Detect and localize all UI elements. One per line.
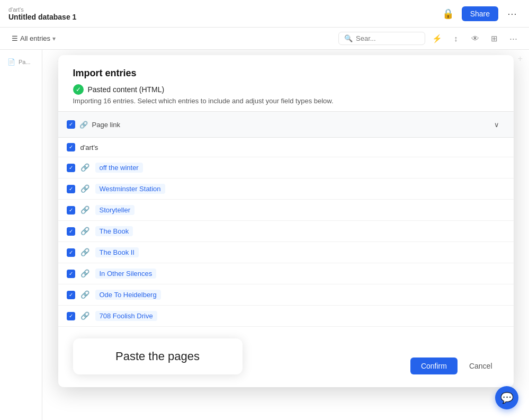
topbar: d'art's Untitled database 1 🔒 Share ⋯ <box>0 0 529 28</box>
cancel-button[interactable]: Cancel <box>463 358 499 374</box>
status-icon: ✓ <box>73 84 84 95</box>
modal-footer-buttons: Confirm Cancel <box>410 358 499 374</box>
all-entries-button[interactable]: ☰ All entries ▾ <box>8 32 59 44</box>
check-icon: ✓ <box>69 208 73 213</box>
entry-checkbox-6[interactable]: ✓ <box>67 248 75 257</box>
chat-icon: 💬 <box>500 391 514 404</box>
table-row[interactable]: ✓ 🔗 In Other Silences <box>58 263 514 284</box>
view-button[interactable]: ⊞ <box>487 31 501 46</box>
chat-button[interactable]: 💬 <box>495 386 518 409</box>
entry-name-2: off the winter <box>95 163 143 173</box>
app-name: d'art's <box>8 6 76 13</box>
share-button[interactable]: Share <box>462 6 498 21</box>
col-header-left: ✓ 🔗 Page link <box>67 120 120 129</box>
modal-header: Import entries ✓ Pasted content (HTML) I… <box>58 55 514 111</box>
modal-title: Import entries <box>73 68 499 79</box>
page-link-icon: 🔗 <box>80 290 90 300</box>
page-link-icon: 🔗 <box>80 227 90 236</box>
more-toolbar-button[interactable]: ⋯ <box>506 31 521 46</box>
column-header: ✓ 🔗 Page link ∨ <box>58 111 514 138</box>
column-label: Page link <box>92 121 120 129</box>
more-button[interactable]: ⋯ <box>504 5 521 22</box>
entry-name-7: In Other Silences <box>95 269 157 279</box>
entry-name-3: Westminster Station <box>95 184 165 194</box>
table-row[interactable]: ✓ 🔗 Storyteller <box>58 200 514 221</box>
topbar-actions: 🔒 Share ⋯ <box>440 5 521 22</box>
table-row[interactable]: ✓ 🔗 Ode To Heidelberg <box>58 284 514 306</box>
entry-name-1: d'art's <box>80 144 98 151</box>
sidebar-item-pages[interactable]: 📄 Pa... <box>4 56 38 68</box>
content-area: Import entries ✓ Pasted content (HTML) I… <box>42 50 529 420</box>
entry-name-6: The Book II <box>95 247 139 257</box>
table-row[interactable]: ✓ 🔗 Westminster Station <box>58 178 514 200</box>
entry-checkbox-5[interactable]: ✓ <box>67 227 75 236</box>
page-link-icon: 🔗 <box>80 311 90 321</box>
sidebar: 📄 Pa... <box>0 50 42 420</box>
check-icon: ✓ <box>69 229 73 234</box>
main-area: 📄 Pa... Import entries ✓ Pasted content … <box>0 50 529 420</box>
select-all-checkbox[interactable]: ✓ <box>67 120 75 129</box>
hide-button[interactable]: 👁 <box>468 31 482 46</box>
column-page-icon: 🔗 <box>79 121 88 129</box>
confirm-button[interactable]: Confirm <box>410 358 458 374</box>
app-info: d'art's Untitled database 1 <box>8 6 76 21</box>
toolbar: ☰ All entries ▾ 🔍 ⚡ ↕ 👁 ⊞ ⋯ <box>0 28 529 50</box>
check-icon: ✓ <box>69 314 73 319</box>
page-link-icon: 🔗 <box>80 205 90 215</box>
check-icon: ✓ <box>69 292 73 298</box>
entry-checkbox-4[interactable]: ✓ <box>67 206 75 215</box>
entry-checkbox-3[interactable]: ✓ <box>67 185 75 193</box>
modal-overlay: Import entries ✓ Pasted content (HTML) I… <box>42 50 529 420</box>
modal-status: ✓ Pasted content (HTML) <box>73 84 499 95</box>
paste-label: Paste the pages <box>115 350 200 363</box>
entry-checkbox-8[interactable]: ✓ <box>67 291 75 299</box>
table-row[interactable]: ✓ 🔗 The Book <box>58 221 514 242</box>
import-modal: Import entries ✓ Pasted content (HTML) I… <box>58 55 514 387</box>
entry-name-5: The Book <box>95 226 133 236</box>
page-link-icon: 🔗 <box>80 269 90 279</box>
search-icon: 🔍 <box>344 34 353 42</box>
toolbar-right: 🔍 ⚡ ↕ 👁 ⊞ ⋯ <box>338 31 521 46</box>
table-row[interactable]: ✓ 🔗 708 Foolish Drive <box>58 306 514 327</box>
page-link-icon: 🔗 <box>80 248 90 257</box>
sidebar-item-label: Pa... <box>19 59 31 65</box>
status-text: Pasted content (HTML) <box>88 85 165 94</box>
entry-checkbox-1[interactable]: ✓ <box>67 143 75 151</box>
entry-checkbox-9[interactable]: ✓ <box>67 312 75 320</box>
sort-button[interactable]: ↕ <box>449 31 463 46</box>
check-icon: ✓ <box>69 165 73 171</box>
page-link-icon: 🔗 <box>80 163 90 173</box>
entry-name-9: 708 Foolish Drive <box>95 311 157 321</box>
table-row[interactable]: ✓ 🔗 The Book II <box>58 242 514 263</box>
check-icon: ✓ <box>69 145 73 150</box>
page-icon: 📄 <box>7 58 15 66</box>
list-icon: ☰ <box>12 34 18 42</box>
check-icon: ✓ <box>69 271 73 276</box>
paste-area[interactable]: Paste the pages <box>73 338 243 374</box>
entry-checkbox-2[interactable]: ✓ <box>67 164 75 172</box>
entry-list: ✓ d'art's ✓ 🔗 off the winter <box>58 138 514 327</box>
entry-name-4: Storyteller <box>95 205 135 215</box>
column-chevron-button[interactable]: ∨ <box>488 116 505 133</box>
entry-checkbox-7[interactable]: ✓ <box>67 270 75 278</box>
toolbar-left: ☰ All entries ▾ <box>8 32 59 44</box>
check-icon: ✓ <box>69 122 73 127</box>
check-icon: ✓ <box>69 186 73 192</box>
modal-description: Importing 16 entries. Select which entri… <box>73 97 499 105</box>
page-link-icon: 🔗 <box>80 184 90 194</box>
entry-name-8: Ode To Heidelberg <box>95 290 161 300</box>
chevron-down-icon: ▾ <box>52 35 56 42</box>
table-row[interactable]: ✓ 🔗 off the winter <box>58 157 514 178</box>
table-row[interactable]: ✓ d'art's <box>58 138 514 157</box>
filter-button[interactable]: ⚡ <box>429 31 444 46</box>
all-entries-label: All entries <box>20 34 50 42</box>
lock-button[interactable]: 🔒 <box>440 5 456 22</box>
page-title: Untitled database 1 <box>8 13 76 21</box>
search-box: 🔍 <box>338 32 425 45</box>
search-input[interactable] <box>356 34 419 42</box>
check-icon: ✓ <box>69 250 73 255</box>
